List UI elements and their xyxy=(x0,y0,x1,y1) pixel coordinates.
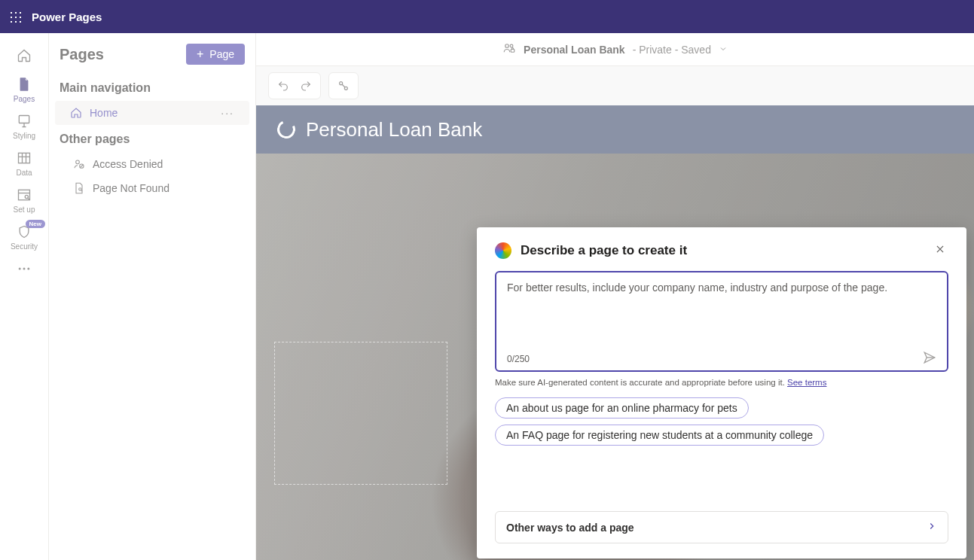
tree-item-label: Page Not Found xyxy=(93,182,169,194)
site-logo-icon xyxy=(275,118,298,142)
new-badge: New xyxy=(26,220,45,228)
rail-label: Set up xyxy=(14,205,35,214)
tree-item-label: Home xyxy=(90,107,118,119)
ai-disclaimer: Make sure AI-generated content is accura… xyxy=(495,378,948,387)
site-status-bar[interactable]: Personal Loan Bank - Private - Saved xyxy=(256,33,974,66)
svg-rect-12 xyxy=(511,50,514,53)
char-counter: 0/250 xyxy=(507,354,530,364)
svg-point-3 xyxy=(25,195,28,198)
tree-item-home[interactable]: Home ··· xyxy=(55,101,249,125)
canvas-toolbar xyxy=(256,66,974,105)
send-button[interactable] xyxy=(923,351,936,364)
add-page-label: Page xyxy=(209,48,234,60)
rail-home[interactable] xyxy=(2,41,47,71)
drop-region[interactable] xyxy=(274,342,447,485)
item-more-icon[interactable]: ··· xyxy=(221,107,234,119)
close-button[interactable] xyxy=(935,244,948,257)
tree-item-access-denied[interactable]: Access Denied xyxy=(49,152,255,176)
other-ways-button[interactable]: Other ways to add a page xyxy=(495,511,948,543)
tree-item-not-found[interactable]: Page Not Found xyxy=(49,176,255,200)
home-icon xyxy=(70,107,82,119)
prompt-input[interactable] xyxy=(507,282,936,351)
panel-title: Pages xyxy=(60,46,104,63)
rail-label: Pages xyxy=(14,95,35,103)
global-header: Power Pages xyxy=(0,0,974,33)
rail-label: Styling xyxy=(13,132,35,140)
prompt-box: 0/250 xyxy=(495,271,948,372)
svg-point-10 xyxy=(505,44,509,48)
rail-more[interactable] xyxy=(2,255,47,281)
rail-setup[interactable]: Set up xyxy=(2,181,47,218)
other-pages-section-label: Other pages xyxy=(49,125,255,152)
svg-point-4 xyxy=(19,268,21,270)
chevron-down-icon[interactable] xyxy=(719,44,728,56)
rail-pages[interactable]: Pages xyxy=(2,71,47,108)
link-button[interactable] xyxy=(334,76,353,96)
setup-icon xyxy=(17,187,32,202)
site-banner-title: Personal Loan Bank xyxy=(306,118,482,142)
app-title: Power Pages xyxy=(32,11,102,23)
home-icon xyxy=(17,48,32,63)
svg-rect-0 xyxy=(19,116,29,123)
svg-point-7 xyxy=(76,160,80,164)
chevron-right-icon xyxy=(927,521,937,534)
site-state: - Private - Saved xyxy=(633,44,711,56)
rail-security[interactable]: New Security xyxy=(2,218,47,255)
svg-point-5 xyxy=(23,268,26,270)
app-launcher-icon[interactable] xyxy=(9,11,21,23)
dialog-title: Describe a page to create it xyxy=(521,243,926,258)
user-denied-icon xyxy=(73,158,85,170)
redo-button[interactable] xyxy=(296,76,316,96)
suggestion-label: An FAQ page for registering new students… xyxy=(506,429,813,441)
suggestion-label: An about us page for an online pharmacy … xyxy=(506,402,737,414)
people-lock-icon xyxy=(502,41,516,57)
data-icon xyxy=(17,151,32,166)
styling-icon xyxy=(17,114,32,129)
see-terms-link[interactable]: See terms xyxy=(787,378,826,387)
svg-rect-1 xyxy=(19,153,30,163)
disclaimer-text: Make sure AI-generated content is accura… xyxy=(495,378,787,387)
site-name: Personal Loan Bank xyxy=(524,44,625,56)
other-ways-label: Other ways to add a page xyxy=(506,522,634,534)
copilot-icon xyxy=(495,242,511,259)
svg-point-11 xyxy=(510,44,513,47)
suggestion-chip-1[interactable]: An about us page for an online pharmacy … xyxy=(495,397,749,418)
more-icon xyxy=(17,261,32,276)
describe-page-dialog: Describe a page to create it 0/250 Make … xyxy=(477,227,966,558)
left-nav-rail: Pages Styling Data Set up New Security xyxy=(0,33,49,560)
add-page-button[interactable]: + Page xyxy=(186,44,245,65)
page-error-icon xyxy=(73,182,85,194)
undo-button[interactable] xyxy=(273,76,293,96)
rail-data[interactable]: Data xyxy=(2,145,47,181)
svg-point-9 xyxy=(79,188,81,190)
site-banner: Personal Loan Bank xyxy=(256,105,974,154)
rail-label: Data xyxy=(16,169,32,177)
pages-icon xyxy=(17,77,32,92)
suggestion-chip-2[interactable]: An FAQ page for registering new students… xyxy=(495,425,824,446)
main-nav-section-label: Main navigation xyxy=(49,74,255,101)
pages-panel: Pages + Page Main navigation Home ··· Ot… xyxy=(49,33,256,560)
tree-item-label: Access Denied xyxy=(93,158,163,170)
rail-styling[interactable]: Styling xyxy=(2,108,47,145)
plus-icon: + xyxy=(197,48,203,60)
svg-point-6 xyxy=(27,268,29,270)
rail-label: Security xyxy=(11,242,38,251)
